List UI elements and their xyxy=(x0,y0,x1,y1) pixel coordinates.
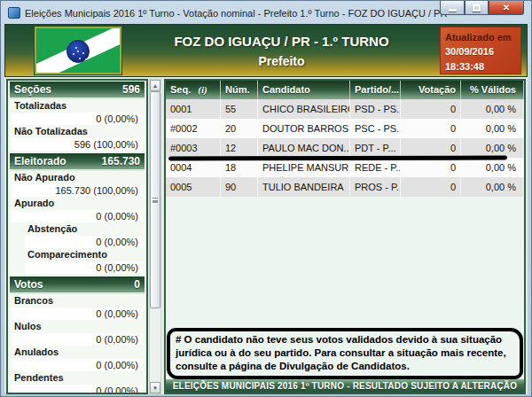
note-box: # O candidato não teve seus votos valida… xyxy=(167,328,523,379)
section-total: 165.730 xyxy=(102,155,140,167)
scroll-thumb[interactable] xyxy=(150,91,160,308)
statusbar: ELEIÇÕES MUNICIPAIS 2016 1º TURNO - RESU… xyxy=(166,379,524,393)
column-num[interactable]: Núm. xyxy=(221,81,258,99)
flag-stars xyxy=(77,51,79,52)
stat-row: Abstenção 0 (0,00%) xyxy=(10,222,145,248)
stat-row: Comparecimento 0 (0,00%) xyxy=(10,248,145,274)
content-area: Seções 596 Totalizadas 0 (0,00%) Não Tot… xyxy=(4,77,528,394)
table-row[interactable]: 0005 90 TULIO BANDEIRA PROS - P... 0 0,0… xyxy=(166,177,524,197)
column-label: Seq. xyxy=(170,84,191,95)
cell-partido: PROS - P... xyxy=(350,177,401,197)
scroll-up-button[interactable]: ▲ xyxy=(150,80,160,91)
banner-titles: FOZ DO IGUAÇU / PR - 1.º TURNO Prefeito xyxy=(129,25,434,76)
window-title: Eleições Municipais 2016 1º Turno - Vota… xyxy=(25,7,447,19)
section-total: 596 xyxy=(122,83,140,96)
stat-label: Não Apurado xyxy=(12,172,143,183)
maximize-button[interactable] xyxy=(465,1,489,15)
header-banner: FOZ DO IGUAÇU / PR - 1.º TURNO Prefeito … xyxy=(4,24,528,77)
scroll-track[interactable] xyxy=(150,91,160,382)
updated-box: Atualizado em 30/09/2016 18:33:48 xyxy=(440,27,521,74)
close-icon: ✕ xyxy=(503,3,510,12)
column-label: Candidato xyxy=(262,84,310,95)
cell-candidato: TULIO BANDEIRA xyxy=(258,177,350,197)
results-panel: Seq.(i) Núm. Candidato Partido/... Votaç… xyxy=(164,79,526,394)
stat-value: 0 (0,00%) xyxy=(12,359,143,371)
cell-partido: REDE - P... xyxy=(350,158,401,177)
cell-partido: PSD - PS... xyxy=(350,99,401,119)
table-empty-area xyxy=(166,197,524,328)
table-header: Seq.(i) Núm. Candidato Partido/... Votaç… xyxy=(166,81,524,99)
table-row[interactable]: #0002 20 DOUTOR BARROS PSC - PS... 0 0,0… xyxy=(166,119,524,138)
column-votacao[interactable]: Votação xyxy=(401,81,461,99)
stat-label: Brancos xyxy=(12,295,143,307)
stat-label: Não Totalizadas xyxy=(12,126,143,137)
cell-num: 12 xyxy=(221,138,258,158)
section-total: 0 xyxy=(134,278,140,291)
stat-value: 0 (0,00%) xyxy=(12,307,143,320)
updated-time: 18:33:48 xyxy=(445,59,516,74)
section-secoes: Seções 596 Totalizadas 0 (0,00%) Não Tot… xyxy=(10,82,145,151)
section-header: Seções 596 xyxy=(10,82,145,99)
note-text: # O candidato não teve seus votos valida… xyxy=(176,333,514,373)
annotation-underline xyxy=(168,155,507,160)
column-candidato[interactable]: Candidato xyxy=(258,81,350,99)
cell-candidato: CHICO BRASILEIRO xyxy=(258,99,350,119)
stat-label: Pendentes xyxy=(12,372,143,384)
close-button[interactable]: ✕ xyxy=(489,1,524,15)
column-seq[interactable]: Seq.(i) xyxy=(166,81,221,99)
municipality-title: FOZ DO IGUAÇU / PR - 1.º TURNO xyxy=(174,34,388,49)
cell-seq: 0001 xyxy=(166,99,221,119)
parana-flag xyxy=(35,27,121,74)
stat-value: 596 (100,00%) xyxy=(12,138,143,151)
cell-partido: PSC - PS... xyxy=(350,119,401,138)
cell-votacao: 0 xyxy=(401,158,461,177)
cell-votacao: 0 xyxy=(401,99,461,119)
stat-value: 0 (0,00%) xyxy=(12,113,143,125)
app-icon xyxy=(8,7,20,19)
stat-row: Nulos 0 (0,00%) xyxy=(10,320,145,346)
minimize-icon xyxy=(449,9,457,12)
cell-num: 90 xyxy=(221,177,258,197)
stat-value: 165.730 (100,00%) xyxy=(12,184,143,197)
info-icon[interactable]: (i) xyxy=(198,84,207,95)
stat-value: 0 (0,00%) xyxy=(25,261,143,274)
section-title: Eleitorado xyxy=(14,155,66,167)
cell-candidato: DOUTOR BARROS xyxy=(258,119,350,138)
cell-num: 20 xyxy=(221,119,258,138)
cell-partido: PDT - P... xyxy=(350,138,401,158)
stat-row: Brancos 0 (0,00%) xyxy=(10,294,145,320)
scroll-grip-icon xyxy=(153,198,158,201)
stat-row: Pendentes 0 (0,00%) xyxy=(10,371,145,394)
cell-votacao: 0 xyxy=(401,177,461,197)
updated-label: Atualizado em xyxy=(445,30,516,44)
titlebar[interactable]: Eleições Municipais 2016 1º Turno - Vota… xyxy=(4,1,528,24)
table-row[interactable]: 0001 55 CHICO BRASILEIRO PSD - PS... 0 0… xyxy=(166,99,524,119)
app-window: Eleições Municipais 2016 1º Turno - Vota… xyxy=(0,0,532,397)
stat-label: Apurado xyxy=(12,198,143,209)
column-partido[interactable]: Partido/... xyxy=(350,81,401,99)
stat-row: Não Apurado 165.730 (100,00%) xyxy=(10,171,145,197)
section-votos: Votos 0 Brancos 0 (0,00%) Nulos 0 (0,00%… xyxy=(10,276,145,394)
column-label: Partido/... xyxy=(355,84,399,95)
stat-label: Nulos xyxy=(12,321,143,332)
column-label: Núm. xyxy=(225,84,250,95)
minimize-button[interactable] xyxy=(440,1,465,15)
column-label: Votação xyxy=(419,84,456,95)
section-header: Eleitorado 165.730 xyxy=(10,153,145,171)
stat-label: Comparecimento xyxy=(12,249,143,261)
cell-num: 55 xyxy=(221,99,258,119)
stat-label: Anulados xyxy=(12,346,143,358)
summary-sidebar: Seções 596 Totalizadas 0 (0,00%) Não Tot… xyxy=(6,79,148,394)
stat-row: Apurado 0 (0,00%) xyxy=(10,197,145,222)
sidebar-scrollbar[interactable]: ▲ ▼ xyxy=(149,79,161,394)
column-validos[interactable]: % Válidos xyxy=(461,81,524,99)
cell-validos: 0,00 % xyxy=(461,119,524,138)
cell-seq: #0002 xyxy=(166,119,221,138)
flag-globe xyxy=(66,40,90,63)
stat-row: Não Totalizadas 596 (100,00%) xyxy=(10,125,145,151)
cell-votacao: 0 xyxy=(401,119,461,138)
cell-validos: 0,00 % xyxy=(461,177,524,197)
stat-value: 0 (0,00%) xyxy=(12,333,143,346)
stat-row: Totalizadas 0 (0,00%) xyxy=(10,99,145,125)
scroll-down-button[interactable]: ▼ xyxy=(150,382,160,393)
